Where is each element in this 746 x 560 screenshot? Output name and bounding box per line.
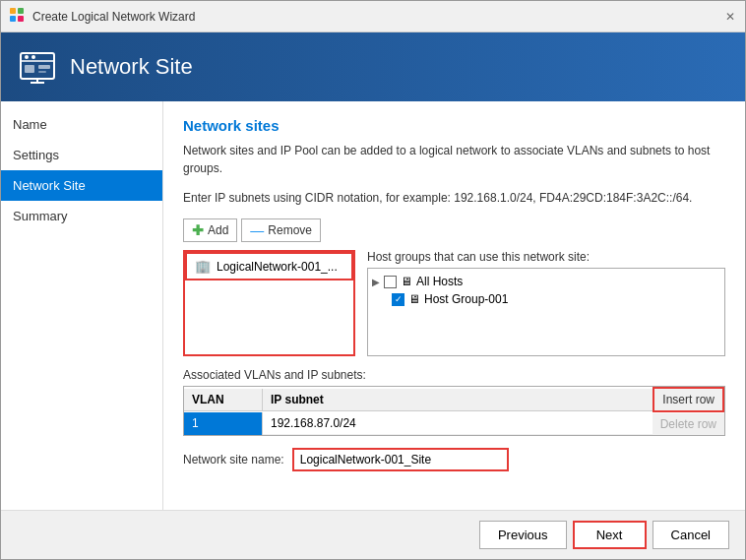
- sites-area: 🏢 LogicalNetwork-001_... Host groups tha…: [183, 250, 725, 356]
- sidebar-item-name[interactable]: Name: [1, 109, 162, 140]
- close-button[interactable]: ✕: [723, 10, 737, 24]
- host-icon: 🖥: [408, 292, 420, 306]
- title-bar-icon: [9, 7, 25, 26]
- remove-label: Remove: [268, 223, 312, 237]
- site-icon: 🏢: [195, 259, 211, 274]
- subnet-input[interactable]: [271, 416, 645, 430]
- svg-rect-9: [38, 65, 50, 69]
- header-icon: [17, 45, 58, 90]
- add-button[interactable]: ✚ Add: [183, 218, 237, 242]
- name-row: Network site name:: [183, 448, 725, 471]
- wizard-window: Create Logical Network Wizard ✕ Network …: [0, 0, 746, 560]
- host-groups-tree: ▶ 🖥 All Hosts ✓ 🖥 Host Group-001: [367, 268, 725, 356]
- tree-item-all-hosts: ▶ 🖥 All Hosts: [372, 273, 720, 290]
- svg-point-6: [25, 55, 29, 59]
- vlan-row: 1 Delete row: [184, 412, 724, 435]
- header-title: Network Site: [70, 54, 193, 80]
- expand-icon[interactable]: ▶: [372, 277, 380, 287]
- all-hosts-label: All Hosts: [416, 275, 463, 288]
- add-icon: ✚: [192, 222, 204, 238]
- toolbar: ✚ Add — Remove: [183, 218, 725, 242]
- main-panel: Network sites Network sites and IP Pool …: [163, 101, 745, 510]
- content-area: Name Settings Network Site Summary Netwo…: [1, 101, 745, 510]
- name-input[interactable]: [292, 448, 509, 471]
- host-groups-label: Host groups that can use this network si…: [367, 250, 725, 264]
- description-line2: Enter IP subnets using CIDR notation, fo…: [183, 189, 725, 207]
- vlan-cell: 1: [184, 412, 263, 435]
- previous-button[interactable]: Previous: [479, 521, 567, 549]
- vlan-table-header: VLAN IP subnet Insert row: [184, 387, 724, 412]
- vlan-row-left: 1: [184, 412, 653, 435]
- svg-rect-8: [25, 65, 34, 73]
- vlan-col-header: VLAN: [184, 389, 263, 411]
- subnet-col-header: IP subnet: [263, 389, 653, 411]
- vlan-table: VLAN IP subnet Insert row 1 Delete row: [183, 386, 725, 436]
- footer: Previous Next Cancel: [1, 510, 745, 559]
- vlan-label: Associated VLANs and IP subnets:: [183, 368, 725, 382]
- next-button[interactable]: Next: [573, 521, 647, 549]
- remove-button[interactable]: — Remove: [241, 218, 321, 242]
- delete-row-button[interactable]: Delete row: [653, 413, 724, 435]
- host-groups-panel: Host groups that can use this network si…: [367, 250, 725, 356]
- site-list-item[interactable]: 🏢 LogicalNetwork-001_...: [185, 252, 353, 280]
- subnet-cell: [263, 412, 653, 435]
- vlan-header-left: VLAN IP subnet: [184, 389, 653, 411]
- cancel-button[interactable]: Cancel: [653, 521, 729, 549]
- svg-point-7: [31, 55, 35, 59]
- section-title: Network sites: [183, 117, 725, 134]
- all-hosts-checkbox[interactable]: [384, 276, 397, 288]
- name-label: Network site name:: [183, 453, 284, 467]
- site-list: 🏢 LogicalNetwork-001_...: [183, 250, 355, 356]
- wizard-header: Network Site: [1, 32, 745, 101]
- sidebar-item-network-site[interactable]: Network Site: [1, 170, 162, 201]
- host-group-label: Host Group-001: [424, 292, 508, 306]
- sidebar-item-settings[interactable]: Settings: [1, 140, 162, 170]
- title-bar: Create Logical Network Wizard ✕: [1, 1, 745, 32]
- svg-rect-10: [38, 71, 46, 73]
- svg-rect-0: [10, 8, 16, 14]
- svg-rect-3: [18, 16, 24, 22]
- sidebar: Name Settings Network Site Summary: [1, 101, 163, 510]
- vlan-section: Associated VLANs and IP subnets: VLAN IP…: [183, 368, 725, 436]
- title-bar-title: Create Logical Network Wizard: [32, 10, 715, 24]
- host-group-checkbox[interactable]: ✓: [392, 293, 404, 306]
- svg-rect-2: [10, 16, 16, 22]
- add-label: Add: [208, 223, 228, 237]
- computer-icon: 🖥: [401, 275, 412, 288]
- remove-icon: —: [250, 222, 264, 238]
- tree-item-host-group: ✓ 🖥 Host Group-001: [392, 290, 720, 308]
- svg-rect-1: [18, 8, 24, 14]
- sidebar-item-summary[interactable]: Summary: [1, 201, 162, 231]
- insert-row-button[interactable]: Insert row: [653, 387, 724, 412]
- description-line1: Network sites and IP Pool can be added t…: [183, 142, 725, 177]
- site-name: LogicalNetwork-001_...: [217, 260, 338, 274]
